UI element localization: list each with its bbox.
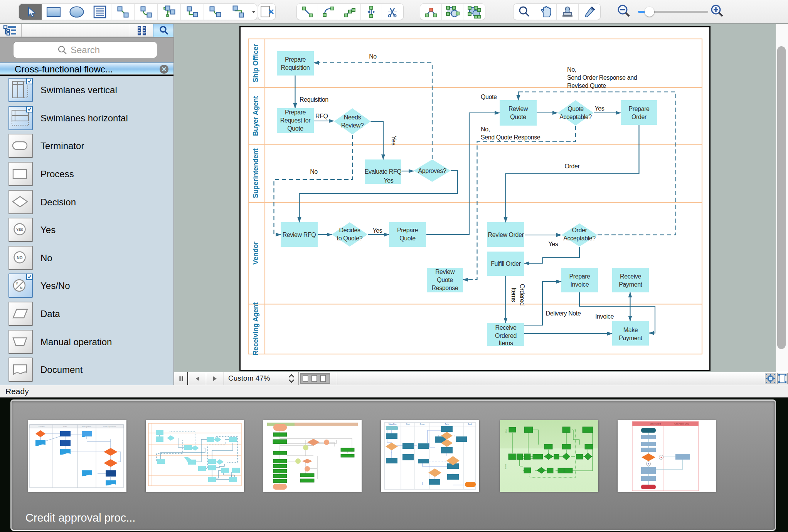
svg-text:Delivery Note: Delivery Note (546, 310, 581, 317)
svg-text:Receive: Receive (620, 273, 642, 280)
svg-text:Yes: Yes (391, 136, 397, 146)
svg-text:Prepare: Prepare (285, 56, 306, 63)
svg-text:Send Quote Response: Send Quote Response (481, 134, 540, 141)
svg-text:Requisition: Requisition (281, 64, 310, 71)
svg-text:Fulfill Order: Fulfill Order (491, 260, 521, 267)
svg-text:Cust: Cust (505, 429, 507, 433)
svg-text:Requisition: Requisition (300, 96, 328, 103)
svg-text:Items: Items (498, 340, 513, 346)
svg-text:YES: YES (16, 228, 23, 232)
svg-text:Payment: Payment (619, 335, 642, 341)
svg-text:RFQ: RFQ (315, 113, 328, 119)
svg-text:Quote: Quote (399, 235, 416, 242)
svg-text:Quote: Quote (287, 125, 303, 132)
svg-text:No,: No, (567, 66, 576, 73)
svg-text:Y: Y (16, 281, 19, 285)
svg-text:Acceptable?: Acceptable? (563, 235, 596, 242)
svg-text:Revised Quote: Revised Quote (567, 82, 606, 89)
svg-text:Ship Officer: Ship Officer (252, 44, 259, 82)
svg-text:Cost Added Only: Cost Added Only (674, 423, 689, 425)
svg-text:Sales: Sales (63, 426, 67, 428)
svg-text:Prepare: Prepare (285, 109, 306, 116)
svg-text:Quote: Quote (567, 106, 584, 112)
svg-text:Prepare: Prepare (569, 273, 590, 280)
svg-text:Yes: Yes (373, 227, 382, 234)
svg-text:Superintendent: Superintendent (252, 148, 259, 198)
svg-text:Credit Department: Credit Department (103, 426, 116, 428)
svg-text:Group: Group (420, 423, 425, 425)
svg-text:Response: Response (432, 285, 458, 291)
svg-text:Review Order: Review Order (488, 232, 524, 238)
svg-text:Yes: Yes (595, 105, 604, 112)
svg-text:Vendor: Vendor (252, 242, 259, 265)
svg-text:No: No (310, 168, 318, 175)
svg-text:Service: Service (505, 464, 507, 469)
svg-text:Receive: Receive (495, 324, 517, 331)
svg-text:Tech: Tech (445, 423, 449, 425)
svg-text:Needs: Needs (344, 114, 361, 121)
svg-text:Order: Order (631, 114, 647, 120)
svg-text:Prepare: Prepare (628, 106, 650, 112)
svg-text:Review: Review (435, 269, 455, 275)
svg-text:Prepare: Prepare (397, 227, 418, 233)
svg-text:Send Order Response and: Send Order Response and (567, 74, 637, 81)
svg-text:Management: Management (82, 426, 91, 428)
svg-text:Yes: Yes (384, 177, 394, 184)
svg-text:Customer: Customer (38, 426, 45, 428)
svg-text:Cust: Cust (406, 423, 410, 425)
svg-text:Quote: Quote (437, 277, 453, 283)
svg-text:Ordered: Ordered (495, 332, 517, 339)
svg-text:Yes: Yes (549, 241, 558, 247)
svg-text:Review: Review (508, 106, 528, 112)
svg-text:Items: Items (510, 287, 517, 302)
svg-text:Quote: Quote (481, 94, 497, 100)
svg-text:Order: Order (572, 227, 588, 233)
svg-text:Approves?: Approves? (418, 168, 446, 174)
svg-text:Facil: Facil (468, 423, 472, 425)
svg-text:Request for: Request for (280, 117, 311, 124)
svg-text:Invoice: Invoice (571, 281, 589, 288)
svg-text:NO: NO (17, 256, 23, 260)
svg-text:Quote: Quote (510, 114, 526, 120)
svg-text:to Quote?: to Quote? (337, 235, 363, 242)
svg-text:Decides: Decides (339, 227, 360, 233)
svg-text:N: N (20, 285, 23, 290)
svg-text:Invoice: Invoice (595, 313, 614, 320)
svg-text:Receiving Agent: Receiving Agent (252, 302, 259, 356)
svg-text:Review?: Review? (341, 122, 364, 129)
svg-text:Review RFQ: Review RFQ (283, 232, 316, 238)
svg-text:Make: Make (623, 327, 638, 333)
svg-text:Payment: Payment (619, 281, 642, 288)
svg-text:Sales/Rep: Sales/Rep (389, 423, 397, 425)
svg-text:Evaluate RFQ: Evaluate RFQ (365, 168, 402, 175)
svg-text:Order: Order (565, 163, 580, 170)
svg-text:No,: No, (481, 126, 490, 133)
svg-text:Acceptable?: Acceptable? (559, 114, 592, 120)
svg-text:Buyer Agent: Buyer Agent (252, 96, 259, 136)
svg-text:No: No (369, 53, 377, 60)
svg-text:Ordered: Ordered (519, 284, 525, 305)
svg-text:Value Added: Value Added (650, 423, 661, 425)
